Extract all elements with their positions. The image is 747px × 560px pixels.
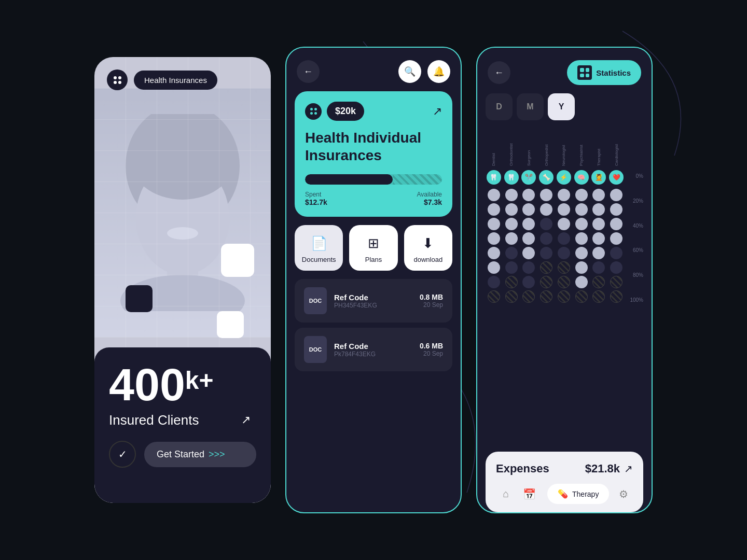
floating-shape-1 <box>221 244 254 277</box>
spent-progress <box>305 174 393 185</box>
doc-subtitle-2: Pk784F43EKG <box>334 351 412 358</box>
chart-col-therapist: Therapist 💆 <box>591 124 607 303</box>
spent-label: Spent $12.7k <box>305 191 327 206</box>
statistics-chart: Dentist 🦷 <box>477 127 652 445</box>
plans-button[interactable]: ⊞ Plans <box>349 225 397 271</box>
card-health-insurances: Health Insurances <box>94 57 271 503</box>
statistics-badge: Statistics <box>567 60 641 85</box>
get-started-button[interactable]: Get Started >>> <box>144 442 256 467</box>
card3-back-button[interactable]: ← <box>488 61 510 84</box>
y-label-80: 80% <box>633 272 643 278</box>
hero-amount-badge: $20k <box>305 102 364 121</box>
doc-icon-1: DOC <box>304 287 327 314</box>
therapy-nav-button[interactable]: 💊 Therapy <box>547 484 609 504</box>
calendar-nav-icon[interactable]: 📅 <box>521 486 538 502</box>
card-statistics: ← Statistics D M Y <box>476 47 653 513</box>
doc-meta-1: 0.8 MB 20 Sep <box>420 293 443 309</box>
period-year-button[interactable]: Y <box>548 93 575 120</box>
therapy-label: Therapy <box>572 490 599 498</box>
col-icon-neurologist: ⚡ <box>557 170 571 185</box>
header-icons: 🔍 🔔 <box>398 60 450 83</box>
doc-icon-2: DOC <box>304 336 327 363</box>
chart-col-psychiatrist: Psychiatrist 🧠 <box>573 124 590 303</box>
period-month-button[interactable]: M <box>517 93 544 120</box>
chart-col-orthodontist: Orthodontist 🦷 <box>503 124 520 303</box>
doc-title-2: Ref Code <box>334 342 412 351</box>
menu-dots-icon[interactable] <box>107 69 128 90</box>
doc-subtitle-1: PH345F43EKG <box>334 302 412 309</box>
card2-actions: 📄 Documents ⊞ Plans ⬇ download <box>286 225 461 279</box>
col-label-psychiatrist: Psychiatrist <box>579 124 584 166</box>
bottom-nav: ⌂ 📅 💊 Therapy ⚙ <box>496 484 633 504</box>
stats-dots-icon <box>577 65 592 80</box>
col-label-orthopedist: Orthopedist <box>544 124 549 166</box>
available-label: Available $7.3k <box>417 191 442 206</box>
documents-label: Documents <box>302 256 336 263</box>
card3-header: ← Statistics <box>477 48 652 93</box>
period-day-button[interactable]: D <box>486 93 513 120</box>
chart-col-orthopedist: Orthopedist 🦴 <box>538 124 555 303</box>
y-label-20: 20% <box>633 198 643 204</box>
notification-button[interactable]: 🔔 <box>427 60 450 83</box>
expenses-amount: $21.8k <box>585 462 620 475</box>
therapy-icon: 💊 <box>558 489 568 499</box>
period-selector: D M Y <box>477 93 652 127</box>
progress-labels: Spent $12.7k Available $7.3k <box>305 191 442 206</box>
floating-shape-2 <box>126 285 153 312</box>
col-icon-surgeon: ✂️ <box>521 170 536 185</box>
col-icon-cardiologist: ❤️ <box>609 170 624 185</box>
documents-list: DOC Ref Code PH345F43EKG 0.8 MB 20 Sep D… <box>286 279 461 371</box>
cards-container: Health Insurances <box>94 47 653 513</box>
doc-date-2: 20 Sep <box>420 350 443 357</box>
download-button[interactable]: ⬇ download <box>404 225 452 271</box>
card1-bottom-panel: 400k+ Insured Clients ↗ ✓ Get Started >>… <box>94 347 271 503</box>
chart-col-dentist: Dentist 🦷 <box>486 124 502 303</box>
plans-label: Plans <box>365 256 382 263</box>
insured-clients-label: Insured Clients ↗ <box>109 410 256 430</box>
expenses-arrow-icon: ↗ <box>624 463 633 475</box>
floating-shape-3 <box>217 311 244 338</box>
col-icon-therapist: 💆 <box>591 170 606 185</box>
col-label-surgeon: Surgeon <box>527 124 531 166</box>
hero-amount-row: $20k ↗ <box>305 102 442 121</box>
doc-meta-2: 0.6 MB 20 Sep <box>420 342 443 357</box>
search-button[interactable]: 🔍 <box>398 60 421 83</box>
insurance-title: Health Individual Insurances <box>305 129 442 164</box>
home-nav-icon[interactable]: ⌂ <box>501 486 511 502</box>
chart-col-cardiologist: Cardiologist ❤️ <box>608 124 625 303</box>
doc-title-1: Ref Code <box>334 293 412 302</box>
plans-icon: ⊞ <box>368 235 379 251</box>
col-label-orthodontist: Orthodontist <box>509 124 514 166</box>
col-label-neurologist: Neurologist <box>561 124 566 166</box>
card-insurance-detail: ← 🔍 🔔 $20k <box>285 47 462 513</box>
chart-col-neurologist: Neurologist ⚡ <box>556 124 572 303</box>
back-button[interactable]: ← <box>297 60 320 83</box>
amount-dots-icon <box>305 103 322 120</box>
col-icon-psychiatrist: 🧠 <box>574 170 589 185</box>
document-row-1[interactable]: DOC Ref Code PH345F43EKG 0.8 MB 20 Sep <box>295 279 452 323</box>
spending-progress-bar <box>305 174 442 185</box>
col-icon-dentist: 🦷 <box>487 170 501 185</box>
col-icon-orthopedist: 🦴 <box>539 170 554 185</box>
document-row-2[interactable]: DOC Ref Code Pk784F43EKG 0.6 MB 20 Sep <box>295 328 452 371</box>
col-label-dentist: Dentist <box>491 124 496 166</box>
y-label-60: 60% <box>633 247 643 253</box>
download-icon: ⬇ <box>422 235 434 251</box>
settings-nav-icon[interactable]: ⚙ <box>619 488 628 500</box>
documents-button[interactable]: 📄 Documents <box>295 225 343 271</box>
external-link-icon[interactable]: ↗ <box>433 105 442 118</box>
insurance-amount: $20k <box>327 102 364 121</box>
doc-size-1: 0.8 MB <box>420 293 443 301</box>
col-label-therapist: Therapist <box>597 124 601 166</box>
col-icon-orthodontist: 🦷 <box>504 170 519 185</box>
doc-info-1: Ref Code PH345F43EKG <box>334 293 412 309</box>
card2-header: ← 🔍 🔔 <box>286 48 461 91</box>
doc-size-2: 0.6 MB <box>420 342 443 350</box>
expenses-card: Expenses $21.8k ↗ ⌂ 📅 💊 Therapy ⚙ <box>486 452 643 512</box>
expenses-title: Expenses <box>496 462 549 475</box>
check-circle[interactable]: ✓ <box>109 441 136 468</box>
col-label-cardiologist: Cardiologist <box>614 124 619 166</box>
expenses-row: Expenses $21.8k ↗ <box>496 462 633 475</box>
y-label-0: 0% <box>636 173 643 179</box>
insured-clients-number: 400k+ <box>109 362 256 408</box>
